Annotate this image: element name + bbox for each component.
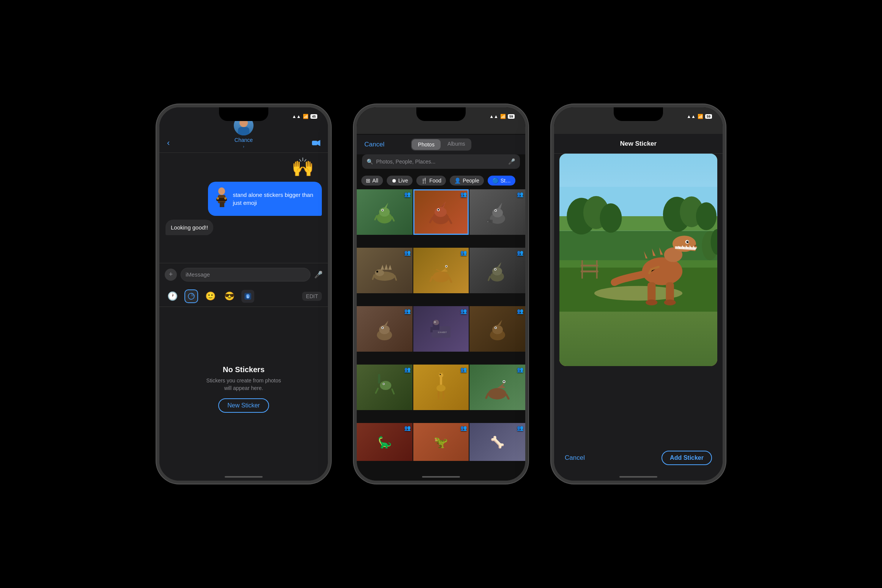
svg-rect-57	[443, 391, 444, 399]
svg-point-22	[495, 210, 496, 211]
chat-input-area: + iMessage 🎤	[159, 263, 328, 286]
svg-rect-89	[581, 270, 598, 272]
svg-marker-1	[317, 140, 320, 146]
photos-cancel-button[interactable]: Cancel	[364, 141, 384, 148]
photo-cell-14[interactable]: 🦖 👥	[413, 423, 469, 461]
microphone-search-icon[interactable]: 🎤	[508, 158, 515, 165]
svg-point-68	[600, 203, 622, 233]
filter-stickers[interactable]: 🔵 St…	[488, 176, 515, 186]
video-call-button[interactable]	[312, 139, 320, 148]
contact-chevron: ›	[243, 145, 244, 149]
photo-cell-4[interactable]: 👥	[357, 248, 413, 293]
battery-3: 59	[705, 114, 712, 119]
photo-cell-13[interactable]: 🦕 👥	[357, 423, 413, 461]
svg-point-2	[218, 187, 225, 195]
newsticker-bottom-bar: Cancel Add Sticker	[554, 447, 723, 469]
sticker-emoji: 🙌	[291, 157, 314, 178]
newsticker-cancel-button[interactable]: Cancel	[565, 454, 585, 462]
phone-3-notch	[614, 107, 663, 121]
photo-cell-10[interactable]: 👥	[357, 365, 413, 410]
filter-all[interactable]: ⊞ All	[361, 176, 383, 186]
photo-cell-7[interactable]: 👥	[357, 306, 413, 352]
add-content-button[interactable]: +	[165, 269, 177, 281]
filter-food[interactable]: 🍴 Food	[416, 176, 446, 186]
svg-point-43	[435, 322, 435, 322]
people-badge-2: 👥	[460, 191, 467, 197]
svg-point-71	[696, 202, 717, 230]
status-icons-2: ▲▲ 📶 59	[489, 114, 515, 119]
newsticker-title: New Sticker	[620, 140, 657, 148]
photos-filter-bar: ⊞ All ⏺ Live 🍴 Food 👤 People 🔵 St…	[357, 172, 525, 189]
no-stickers-title: No Stickers	[223, 365, 265, 374]
svg-point-80	[688, 241, 688, 242]
filter-people[interactable]: 👤 People	[450, 176, 484, 186]
home-indicator-1	[225, 476, 263, 478]
phone-2-photos: ▲▲ 📶 59 Cancel Photos Albums 🔍 Photos, P…	[354, 104, 528, 484]
chat-messages: 🙌 sta	[159, 153, 328, 263]
phone-2-notch	[416, 107, 466, 121]
photo-cell-8[interactable]: EXHIBIT 👥	[413, 306, 469, 352]
onepassword-icon[interactable]: 1	[241, 290, 254, 303]
filter-all-label: All	[372, 178, 378, 184]
svg-point-32	[492, 267, 502, 275]
svg-point-53	[383, 384, 384, 385]
svg-point-8	[224, 197, 227, 200]
svg-point-16	[435, 207, 447, 217]
photo-cell-2[interactable]: 👥	[413, 189, 469, 235]
filter-stickers-label: St…	[501, 178, 511, 184]
svg-point-49	[495, 327, 496, 329]
outgoing-message-1: stand alone stickers bigger than just em…	[208, 182, 322, 216]
svg-point-60	[488, 388, 506, 399]
signal-icon-2: ▲▲	[489, 114, 498, 119]
svg-rect-88	[581, 265, 598, 267]
new-sticker-button[interactable]: New Sticker	[218, 398, 269, 413]
contact-name[interactable]: Chance	[235, 137, 253, 143]
people-badge-12: 👥	[517, 366, 523, 373]
svg-point-7	[217, 197, 219, 200]
edit-button[interactable]: EDIT	[302, 292, 322, 301]
newsticker-image-area	[559, 154, 717, 366]
photo-cell-5[interactable]: 👥	[413, 248, 469, 293]
svg-text:i: i	[488, 220, 488, 223]
photos-tab[interactable]: Photos	[412, 139, 441, 150]
svg-rect-50	[378, 374, 380, 384]
photo-cell-12[interactable]: 👥	[469, 365, 525, 410]
add-sticker-button[interactable]: Add Sticker	[662, 451, 712, 465]
people-badge-10: 👥	[404, 366, 411, 373]
stickers-icon-filter: 🔵	[492, 178, 499, 184]
photo-cell-3[interactable]: i 👥	[469, 189, 525, 235]
svg-rect-83	[666, 282, 674, 302]
svg-rect-86	[581, 260, 583, 278]
filter-live[interactable]: ⏺ Live	[387, 176, 413, 186]
back-button[interactable]: ‹	[167, 138, 170, 148]
photo-cell-6[interactable]: 👥	[469, 248, 525, 293]
message-text-incoming: Looking good!!	[171, 224, 208, 231]
sticker-tab[interactable]	[184, 289, 198, 303]
emoji-icon[interactable]: 🙂	[203, 289, 217, 303]
phone-1-screen: ▲▲ 📶 45 ‹ Chance ›	[159, 107, 328, 481]
filter-food-label: Food	[429, 178, 441, 184]
svg-rect-44	[430, 327, 433, 332]
newsticker-header: New Sticker	[554, 134, 723, 154]
message-bubble-outgoing: stand alone stickers bigger than just em…	[208, 182, 322, 216]
sticker-message: 🙌	[165, 157, 322, 178]
svg-point-79	[687, 241, 689, 243]
photo-cell-11[interactable]: 👥	[413, 365, 469, 410]
guitarist-sticker	[213, 186, 230, 212]
clock-icon[interactable]: 🕐	[165, 289, 179, 303]
photo-cell-15[interactable]: 🦴 👥	[469, 423, 525, 461]
food-icon: 🍴	[421, 178, 427, 184]
animoji-icon[interactable]: 😎	[222, 289, 236, 303]
svg-point-41	[433, 320, 439, 325]
message-input[interactable]: iMessage	[181, 268, 310, 281]
people-badge-9: 👥	[517, 308, 523, 314]
albums-tab[interactable]: Albums	[441, 138, 471, 151]
svg-text:1: 1	[247, 295, 249, 299]
svg-point-51	[380, 381, 391, 390]
photos-search-bar[interactable]: 🔍 Photos, People, Places... 🎤	[362, 154, 520, 169]
photo-cell-1[interactable]: 👥	[357, 189, 413, 235]
microphone-icon[interactable]: 🎤	[314, 270, 323, 279]
filter-people-label: People	[463, 178, 479, 184]
people-badge-3: 👥	[517, 191, 523, 197]
photo-cell-9[interactable]: 👥	[469, 306, 525, 352]
